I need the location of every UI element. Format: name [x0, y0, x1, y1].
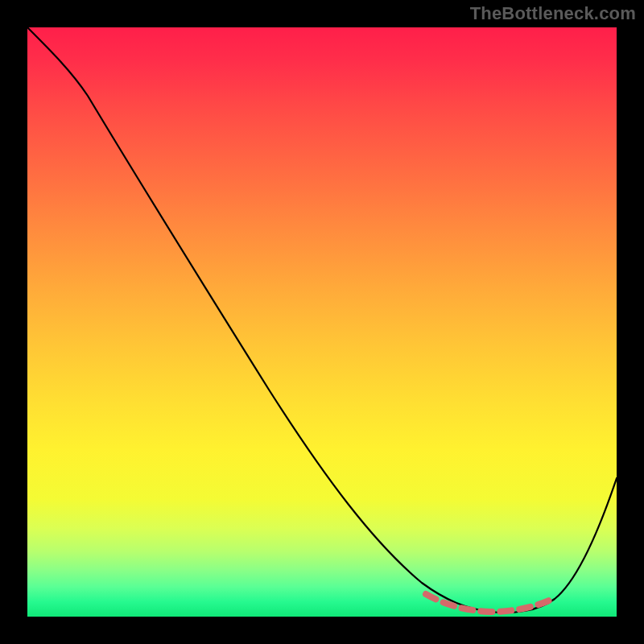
plot-area [27, 27, 617, 617]
chart-frame: TheBottleneck.com [0, 0, 644, 644]
chart-svg [27, 27, 617, 617]
bottleneck-curve-path [27, 27, 617, 613]
watermark-text: TheBottleneck.com [470, 3, 636, 24]
